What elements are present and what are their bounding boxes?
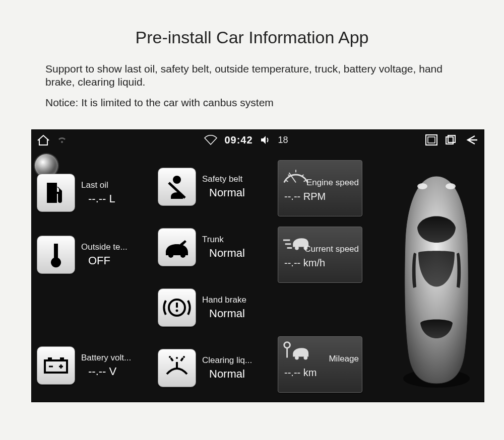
svg-point-18 — [284, 342, 290, 348]
svg-point-13 — [169, 356, 171, 358]
engine-speed-value: --.-- RPM — [281, 191, 359, 202]
car-top-view-illustration — [396, 172, 477, 389]
screenshot-icon[interactable] — [425, 134, 437, 145]
outside-temp-label: Outside te... — [81, 241, 149, 253]
outside-temp-info: Outside te... OFF — [81, 241, 152, 269]
current-speed-label: Current speed — [281, 244, 359, 254]
battery-icon — [37, 346, 75, 385]
clearing-liquid-info: Clearing liq... Normal — [202, 354, 273, 382]
svg-point-14 — [183, 356, 185, 358]
svg-rect-6 — [48, 357, 52, 360]
status-volume-value: 18 — [278, 135, 288, 145]
current-speed-card: Current speed --.-- km/h — [278, 227, 362, 283]
mileage-value: --.-- km — [281, 367, 359, 379]
trunk-value: Normal — [202, 246, 273, 261]
mileage-card: Mileage --.-- km — [278, 336, 362, 393]
clearing-liquid-label: Clearing liq... — [202, 354, 270, 366]
battery-volt-info: Battery volt... --.-- V — [81, 352, 152, 380]
safety-belt-label: Safety belt — [202, 173, 270, 185]
home-icon[interactable] — [37, 134, 50, 145]
safety-belt-value: Normal — [202, 185, 273, 201]
battery-volt-value: --.-- V — [81, 364, 152, 380]
svg-rect-5 — [45, 360, 67, 373]
svg-point-4 — [53, 259, 59, 265]
svg-point-8 — [173, 176, 181, 184]
page-title: Pre-install Car Information App — [0, 28, 504, 47]
current-speed-value: --.-- km/h — [281, 257, 359, 269]
hand-brake-value: Normal — [202, 306, 273, 322]
last-oil-value: --.-- L — [81, 191, 152, 207]
engine-speed-card: Engine speed --.-- RPM — [278, 160, 362, 216]
recent-apps-icon[interactable] — [445, 134, 457, 145]
status-clock: 09:42 — [224, 134, 253, 146]
mileage-label: Mileage — [281, 354, 359, 364]
svg-point-22 — [417, 183, 427, 189]
washer-icon — [158, 349, 196, 387]
car-infotainment-screen: 09:42 18 Last oil --.-- L Outside te... — [32, 130, 484, 402]
status-bar: 09:42 18 — [32, 130, 484, 150]
outside-temp-value: OFF — [81, 253, 152, 269]
battery-volt-label: Battery volt... — [81, 352, 149, 364]
last-oil-info: Last oil --.-- L — [81, 179, 152, 207]
trunk-info: Trunk Normal — [202, 234, 273, 261]
svg-rect-7 — [60, 357, 64, 360]
back-icon[interactable] — [464, 134, 479, 145]
clearing-liquid-value: Normal — [202, 366, 273, 382]
handbrake-icon — [158, 288, 196, 327]
hand-brake-label: Hand brake — [202, 294, 270, 306]
svg-point-15 — [176, 357, 178, 359]
last-oil-label: Last oil — [81, 179, 149, 191]
info-grid: Last oil --.-- L Outside te... OFF Batte… — [36, 159, 389, 396]
svg-point-23 — [446, 183, 456, 189]
svg-rect-1 — [428, 137, 435, 143]
trunk-label: Trunk — [202, 234, 270, 246]
seatbelt-icon — [158, 168, 196, 206]
hand-brake-info: Hand brake Normal — [202, 294, 273, 322]
thermometer-icon — [37, 236, 75, 274]
svg-point-12 — [176, 310, 178, 312]
wifi-outline-icon — [204, 135, 217, 145]
engine-speed-label: Engine speed — [281, 178, 359, 188]
description-line-1: Support to show last oil, safety belt, o… — [45, 62, 474, 89]
svg-point-9 — [168, 253, 173, 258]
fuel-icon — [37, 174, 75, 212]
wifi-weak-icon — [57, 136, 67, 144]
safety-belt-info: Safety belt Normal — [202, 173, 273, 201]
trunk-icon — [158, 228, 196, 266]
volume-icon[interactable] — [260, 135, 271, 145]
description-line-2: Notice: It is limited to the car with ca… — [45, 96, 474, 109]
svg-point-10 — [180, 253, 185, 258]
